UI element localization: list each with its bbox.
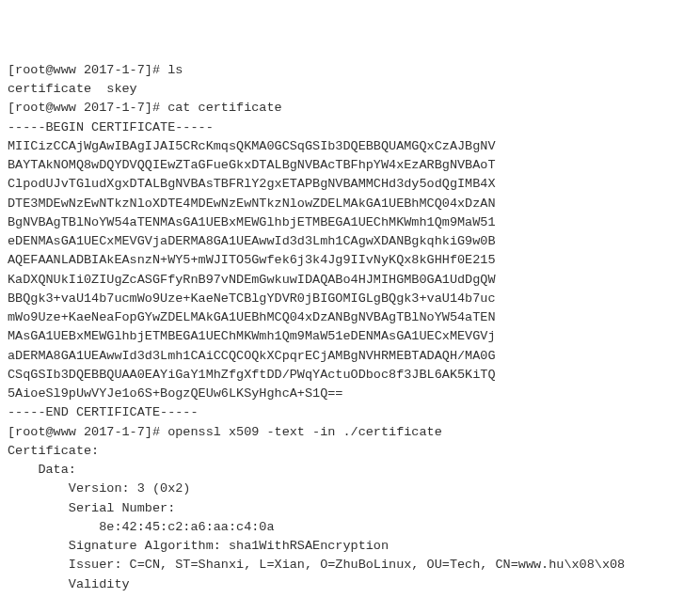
terminal-line: DTE3MDEwNzEwNTkzNloXDTE4MDEwNzEwNTkzNlow… [8, 195, 692, 213]
terminal-line: BgNVBAgTBlNoYW54aTENMAsGA1UEBxMEWGlhbjET… [8, 213, 692, 232]
terminal-line: MIICizCCAjWgAwIBAgIJAI5CRcKmqsQKMA0GCSqG… [8, 137, 692, 156]
terminal-line: [root@www 2017-1-7]# cat certificate [8, 99, 692, 118]
terminal-line: aDERMA8GA1UEAwwId3d3Lmh1CAiCCQCOQkXCpqrE… [8, 347, 692, 366]
terminal-line: BBQgk3+vaU14b7ucmWo9Uze+KaeNeTCBlgYDVR0j… [8, 290, 692, 308]
terminal-line: 5AioeSl9pUwVYJe1o6S+BogzQEUw6LKSyHghcA+S… [8, 385, 692, 403]
terminal-output: [root@www 2017-1-7]# lscertificate skey[… [8, 61, 692, 598]
terminal-line: Not Before: Jan 7 10:59:36 2017 GMT [8, 594, 692, 598]
terminal-line: Serial Number: [8, 499, 692, 518]
terminal-line: CSqGSIb3DQEBBQUAA0EAYiGaY1MhZfgXftDD/PWq… [8, 366, 692, 385]
terminal-line: [root@www 2017-1-7]# openssl x509 -text … [8, 423, 692, 442]
terminal-line: -----END CERTIFICATE----- [8, 403, 692, 422]
terminal-line: mWo9Uze+KaeNeaFopGYwZDELMAkGA1UEBhMCQ04x… [8, 308, 692, 327]
terminal-line: KaDXQNUkIi0ZIUgZcASGFfyRnB97vNDEmGwkuwID… [8, 271, 692, 290]
terminal-line: Issuer: C=CN, ST=Shanxi, L=Xian, O=ZhuBo… [8, 556, 692, 574]
terminal-line: eDENMAsGA1UECxMEVGVjaDERMA8GA1UEAwwId3d3… [8, 232, 692, 251]
terminal-line: 8e:42:45:c2:a6:aa:c4:0a [8, 518, 692, 537]
terminal-line: ClpodUJvTGludXgxDTALBgNVBAsTBFRlY2gxETAP… [8, 175, 692, 194]
terminal-line: AQEFAANLADBIAkEAsnzN+WY5+mWJITO5Gwfek6j3… [8, 251, 692, 270]
terminal-line: Validity [8, 575, 692, 594]
terminal-line: certificate skey [8, 80, 692, 99]
terminal-line: [root@www 2017-1-7]# ls [8, 61, 692, 80]
terminal-line: Version: 3 (0x2) [8, 480, 692, 498]
terminal-line: BAYTAkNOMQ8wDQYDVQQIEwZTaGFueGkxDTALBgNV… [8, 156, 692, 175]
terminal-line: Certificate: [8, 442, 692, 461]
terminal-line: Signature Algorithm: sha1WithRSAEncrypti… [8, 537, 692, 556]
terminal-line: Data: [8, 461, 692, 480]
terminal-line: MAsGA1UEBxMEWGlhbjETMBEGA1UEChMKWmh1Qm9M… [8, 327, 692, 346]
terminal-line: -----BEGIN CERTIFICATE----- [8, 118, 692, 137]
